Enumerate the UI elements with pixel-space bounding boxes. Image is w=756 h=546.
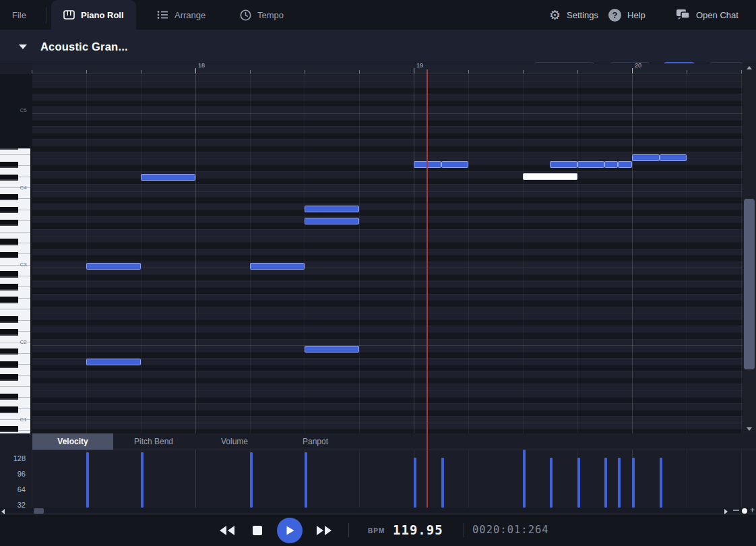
midi-note[interactable]: [250, 263, 305, 270]
piano-keyboard[interactable]: C5C4C3C2C1: [0, 74, 32, 433]
tab-tempo[interactable]: Tempo: [228, 0, 296, 30]
midi-note[interactable]: [305, 206, 359, 212]
grid-row-white: [32, 75, 743, 82]
midi-note[interactable]: [86, 263, 141, 270]
help-icon: ?: [608, 9, 621, 22]
octave-line: [32, 423, 743, 423]
midi-note[interactable]: [305, 346, 359, 353]
velocity-bar[interactable]: [305, 452, 307, 508]
black-key[interactable]: [0, 406, 18, 413]
black-key[interactable]: [0, 374, 18, 381]
piano-roll-app: File Piano Roll Arrange Te: [0, 0, 756, 546]
midi-note[interactable]: [305, 218, 359, 224]
black-key[interactable]: [0, 271, 18, 278]
playhead[interactable]: [427, 69, 428, 508]
vertical-scroll-thumb[interactable]: [744, 199, 755, 369]
midi-note[interactable]: [441, 161, 468, 168]
instrument-dropdown-caret[interactable]: [19, 44, 27, 49]
black-key[interactable]: [0, 252, 18, 259]
controller-tab-panpot[interactable]: Panpot: [275, 433, 356, 450]
grid-row-black: [32, 133, 743, 140]
velocity-bar[interactable]: [141, 452, 144, 508]
note-grid[interactable]: [32, 74, 743, 433]
velocity-bar[interactable]: [414, 458, 416, 508]
measure-tick: [195, 68, 196, 73]
midi-note[interactable]: [632, 154, 660, 161]
tab-label: Tempo: [257, 10, 284, 20]
black-key[interactable]: [0, 316, 18, 323]
scroll-left-icon[interactable]: [1, 509, 5, 514]
velocity-bar[interactable]: [523, 450, 526, 508]
velocity-bar[interactable]: [577, 458, 580, 508]
grid-row-white: [32, 339, 743, 346]
midi-note[interactable]: [577, 161, 604, 168]
beat-line: [86, 74, 87, 433]
zoom-out-icon[interactable]: [733, 510, 739, 511]
controller-tab-velocity[interactable]: Velocity: [32, 433, 113, 450]
settings-button[interactable]: ⚙ Settings: [549, 0, 598, 30]
file-menu[interactable]: File: [12, 0, 26, 30]
velocity-bar[interactable]: [250, 452, 253, 508]
menubar: File Piano Roll Arrange Te: [0, 0, 756, 30]
midi-note[interactable]: [618, 161, 632, 168]
controller-tab-pitch-bend[interactable]: Pitch Bend: [113, 433, 194, 450]
horizontal-scrollbar[interactable]: +: [0, 508, 756, 514]
black-key[interactable]: [0, 162, 18, 169]
black-key[interactable]: [0, 207, 18, 214]
midi-note[interactable]: [660, 154, 687, 161]
controller-tab-volume[interactable]: Volume: [194, 433, 275, 450]
black-key[interactable]: [0, 239, 18, 245]
measure-tick: [414, 68, 414, 73]
velocity-bar[interactable]: [550, 458, 553, 508]
black-key[interactable]: [0, 194, 18, 201]
scroll-up-icon[interactable]: [747, 66, 752, 69]
velocity-bar[interactable]: [660, 458, 662, 508]
open-chat-button[interactable]: Open Chat: [676, 0, 738, 30]
tab-arrange[interactable]: Arrange: [145, 0, 218, 30]
timeline-ruler[interactable]: 181920: [32, 63, 743, 74]
zoom-in-icon[interactable]: +: [750, 507, 755, 514]
black-key[interactable]: [0, 148, 18, 150]
black-key[interactable]: [0, 394, 18, 400]
beat-line: [687, 450, 687, 508]
black-key[interactable]: [0, 284, 18, 291]
grid-row-white: [32, 94, 743, 100]
velocity-bar[interactable]: [441, 458, 444, 508]
velocity-bar[interactable]: [86, 452, 89, 508]
horizontal-scroll-thumb[interactable]: [34, 508, 44, 514]
grid-row-black: [32, 352, 743, 359]
grid-row-black: [32, 410, 743, 417]
rewind-button[interactable]: [218, 525, 236, 536]
velocity-bar[interactable]: [618, 458, 621, 508]
black-key[interactable]: [0, 220, 18, 226]
black-key[interactable]: [0, 361, 18, 368]
vertical-scrollbar[interactable]: [743, 63, 756, 433]
grid-row-black: [32, 242, 743, 249]
midi-note[interactable]: [550, 161, 577, 168]
velocity-scale-label: 64: [0, 485, 26, 493]
tab-piano-roll[interactable]: Piano Roll: [51, 0, 136, 30]
velocity-bar[interactable]: [604, 458, 607, 508]
fast-forward-button[interactable]: [315, 525, 333, 536]
midi-note-selected[interactable]: [523, 173, 577, 180]
midi-note[interactable]: [86, 359, 141, 365]
black-key[interactable]: [0, 348, 18, 355]
black-key[interactable]: [0, 426, 18, 433]
bpm-value[interactable]: 119.95: [393, 522, 443, 537]
scroll-down-icon[interactable]: [747, 427, 752, 431]
beat-tick: [250, 70, 251, 73]
velocity-bar[interactable]: [632, 458, 635, 508]
octave-line: [32, 113, 743, 114]
black-key[interactable]: [0, 297, 18, 303]
stop-button[interactable]: [253, 526, 262, 535]
midi-note[interactable]: [141, 174, 195, 181]
scroll-right-icon[interactable]: [724, 509, 728, 514]
help-button[interactable]: ? Help: [608, 0, 645, 30]
zoom-reset-handle[interactable]: [742, 508, 747, 514]
black-key[interactable]: [0, 175, 18, 181]
midi-note[interactable]: [604, 161, 618, 168]
measure-line: [632, 74, 633, 433]
play-button[interactable]: [277, 518, 303, 543]
instrument-name[interactable]: Acoustic Gran...: [40, 30, 128, 63]
black-key[interactable]: [0, 329, 18, 336]
